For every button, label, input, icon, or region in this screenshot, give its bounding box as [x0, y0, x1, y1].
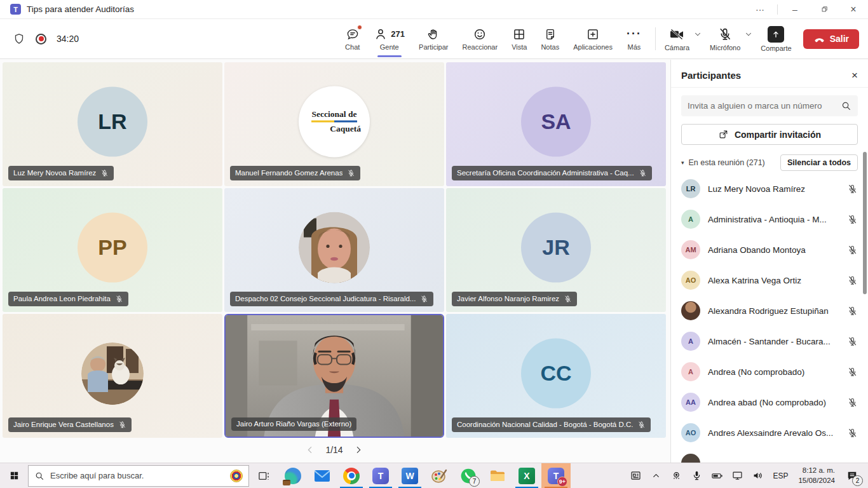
- tab-chat[interactable]: Chat: [338, 19, 367, 59]
- list-item[interactable]: LR Luz Mery Novoa Ramírez: [671, 173, 868, 204]
- muted-mic-icon[interactable]: [847, 367, 858, 377]
- taskbar-excel[interactable]: X: [512, 463, 541, 488]
- window-more-button[interactable]: ···: [745, 0, 775, 19]
- camera-options-chevron-icon[interactable]: [693, 30, 702, 39]
- participant-name-label: Coordinación Nacional Calidad - Bogotá -…: [452, 417, 651, 432]
- task-view-button[interactable]: [249, 463, 278, 488]
- taskbar-chrome[interactable]: [337, 463, 366, 488]
- invite-search-input[interactable]: [688, 101, 836, 111]
- participant-name-label: Secretaría Oficina Coordinación Administ…: [452, 166, 652, 180]
- action-center-button[interactable]: 2: [841, 463, 863, 488]
- in-meeting-label: En esta reunión (271): [689, 158, 765, 167]
- video-tile[interactable]: JR Javier Alfonso Naranjo Ramirez: [446, 188, 666, 312]
- muted-mic-icon[interactable]: [847, 275, 858, 286]
- taskbar-teams-classic-active[interactable]: T 9+: [541, 463, 571, 488]
- list-item[interactable]: A Almacén - Santander - Bucara...: [671, 326, 868, 356]
- clock[interactable]: 8:12 a. m. 15/08/2024: [794, 466, 839, 485]
- people-icon: 271: [374, 27, 405, 41]
- muted-mic-icon: [347, 169, 355, 177]
- leave-button[interactable]: Salir: [803, 29, 859, 49]
- meeting-timer: 34:20: [57, 34, 79, 44]
- page-previous-chevron-icon[interactable]: [305, 445, 315, 455]
- language-indicator[interactable]: ESP: [769, 471, 792, 480]
- taskbar-mail[interactable]: [308, 463, 337, 488]
- tab-apps[interactable]: Aplicaciones: [566, 19, 620, 59]
- microphone-tray-icon[interactable]: [688, 463, 705, 488]
- list-item[interactable]: AO Alexa Katrina Vega Ortiz: [671, 265, 868, 295]
- video-grid: LR Luz Mery Novoa Ramírez Seccional de C…: [0, 60, 668, 438]
- taskbar-search-box[interactable]: [28, 465, 249, 487]
- webcam-tray-icon[interactable]: [667, 463, 685, 488]
- tab-notes[interactable]: Notas: [534, 19, 566, 59]
- video-tile[interactable]: SA Secretaría Oficina Coordinación Admin…: [446, 62, 666, 186]
- collapse-triangle-icon[interactable]: ▾: [681, 159, 684, 166]
- tab-more[interactable]: ··· Más: [620, 19, 649, 59]
- raise-hand-icon: [426, 27, 440, 41]
- maximize-button[interactable]: [810, 0, 839, 19]
- camera-control: Cámara: [662, 27, 707, 51]
- mute-all-button[interactable]: Silenciar a todos: [780, 154, 858, 171]
- close-button[interactable]: ×: [839, 0, 868, 19]
- paint-icon: [431, 468, 447, 484]
- muted-mic-icon[interactable]: [847, 214, 858, 225]
- video-tile[interactable]: PP Paula Andrea Leon Piedrahita: [3, 188, 222, 312]
- mic-toggle-button[interactable]: Micrófono: [707, 27, 743, 51]
- teams-meeting-window: T Tips para atender Auditorías ··· – × 3…: [0, 0, 868, 488]
- taskbar-file-explorer[interactable]: [483, 463, 512, 488]
- page-next-chevron-icon[interactable]: [353, 445, 363, 455]
- mic-options-chevron-icon[interactable]: [744, 30, 753, 39]
- list-item[interactable]: A Administrativa - Antioquia - M...: [671, 204, 868, 234]
- tab-view[interactable]: Vista: [505, 19, 534, 59]
- muted-mic-icon[interactable]: [847, 397, 858, 408]
- network-icon[interactable]: [728, 463, 746, 488]
- muted-mic-icon[interactable]: [847, 245, 858, 255]
- muted-mic-icon[interactable]: [847, 336, 858, 347]
- tab-raise-hand[interactable]: Participar: [412, 19, 455, 59]
- page-indicator: 1/14: [325, 445, 342, 455]
- start-button[interactable]: [0, 463, 28, 488]
- invite-search-box[interactable]: [681, 95, 858, 116]
- volume-icon[interactable]: [749, 463, 766, 488]
- taskbar-paint[interactable]: [424, 463, 454, 488]
- list-item[interactable]: AM Adriana Obando Montoya: [671, 234, 868, 265]
- chat-icon: [346, 27, 360, 41]
- panel-scrollbar-thumb[interactable]: [863, 152, 867, 294]
- shield-icon[interactable]: [13, 32, 25, 45]
- tab-react[interactable]: Reaccionar: [456, 19, 505, 59]
- muted-mic-icon[interactable]: [847, 306, 858, 316]
- taskbar-search-input[interactable]: [50, 471, 224, 480]
- tab-people[interactable]: 271 Gente: [367, 19, 412, 59]
- panel-close-icon[interactable]: ×: [851, 70, 858, 81]
- video-tile[interactable]: Jairo Enrique Vera Castellanos: [3, 314, 222, 438]
- taskbar-whatsapp[interactable]: 7: [454, 463, 483, 488]
- logo-flag-rule: [311, 121, 357, 123]
- video-tile[interactable]: CC Coordinación Nacional Calidad - Bogot…: [446, 314, 666, 438]
- muted-mic-icon[interactable]: [847, 184, 858, 194]
- list-item[interactable]: Alexandra Rodriguez Estupiñan: [671, 295, 868, 326]
- mic-control: Micrófono: [707, 27, 758, 51]
- taskbar-edge[interactable]: [278, 463, 308, 488]
- battery-icon[interactable]: [708, 463, 726, 488]
- list-item[interactable]: AA Andrea abad (No comprobado): [671, 387, 868, 417]
- list-item[interactable]: [671, 448, 868, 463]
- video-tile[interactable]: Despacho 02 Consejo Seccional Judicatura…: [224, 188, 444, 312]
- hidden-icons-chevron-icon[interactable]: [647, 463, 665, 488]
- video-tile[interactable]: Seccional de Caquetá Manuel Fernando Gom…: [224, 62, 444, 186]
- list-item[interactable]: A Andrea (No comprobado): [671, 356, 868, 387]
- coat-of-arms-icon: [230, 470, 243, 482]
- news-widget-icon[interactable]: [627, 463, 644, 488]
- share-invitation-button[interactable]: Compartir invitación: [681, 124, 858, 145]
- share-button[interactable]: Comparte: [758, 26, 794, 52]
- muted-mic-icon: [100, 169, 109, 177]
- taskbar-teams[interactable]: T: [366, 463, 395, 488]
- avatar: AA: [681, 393, 700, 412]
- share-arrow-icon: [768, 26, 784, 43]
- taskbar-word[interactable]: W: [395, 463, 424, 488]
- minimize-button[interactable]: –: [780, 0, 810, 19]
- video-tile[interactable]: LR Luz Mery Novoa Ramírez: [3, 62, 222, 186]
- active-speaker-video-tile[interactable]: Jairo Arturo Riaño Vargas (Externo): [224, 314, 444, 438]
- camera-toggle-button[interactable]: Cámara: [662, 27, 692, 51]
- list-item[interactable]: AO Andres Alexsaindre Arevalo Os...: [671, 417, 868, 448]
- whatsapp-badge: 7: [469, 476, 480, 487]
- muted-mic-icon[interactable]: [847, 428, 858, 438]
